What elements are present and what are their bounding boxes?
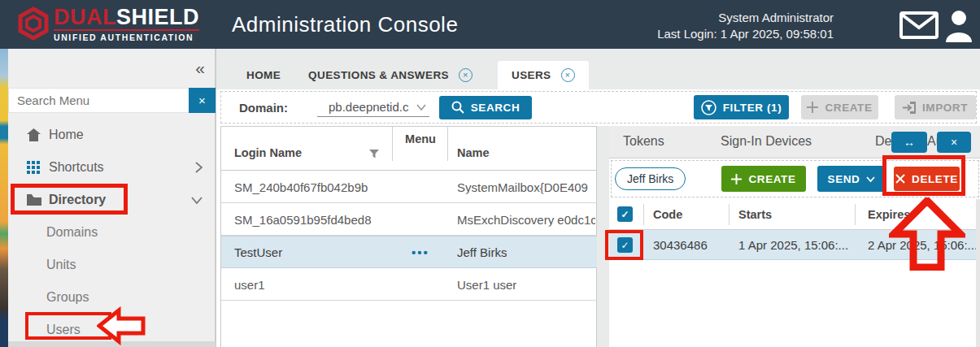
panel-expand-button[interactable]: ↔ <box>891 132 927 153</box>
login-name-cell: user1 <box>234 277 265 291</box>
tab-label: QUESTIONS & ANSWERS <box>308 69 449 81</box>
column-header-name[interactable]: Name <box>457 146 490 159</box>
column-separator <box>855 204 856 225</box>
sidebar-item-units[interactable]: Units <box>8 250 216 280</box>
user-row[interactable]: SM_16a0591b95fd4bed8 MsExchDiscovery e0d… <box>221 203 598 236</box>
desktop-wallpaper-strip <box>0 49 8 347</box>
mail-icon[interactable] <box>899 11 939 42</box>
sidebar-item-label: Groups <box>46 290 216 305</box>
token-delete-label: DELETE <box>912 173 958 185</box>
column-header-menu: Menu <box>394 132 447 145</box>
token-action-row: Jeff Birks CREATE SEND DELETE <box>611 160 979 197</box>
last-login: Last Login: 1 Apr 2025, 09:58:01 <box>657 26 834 42</box>
sidebar-item-directory[interactable]: Directory <box>8 185 216 215</box>
column-separator <box>447 127 448 161</box>
user-chip[interactable]: Jeff Birks <box>615 167 686 190</box>
x-icon <box>895 174 905 184</box>
search-button-label: SEARCH <box>471 102 520 114</box>
token-starts-cell: 1 Apr 2025, 15:06:... <box>738 238 848 252</box>
token-create-label: CREATE <box>748 173 795 185</box>
sidebar-footer-gap <box>8 341 216 347</box>
user-profile-icon[interactable] <box>943 8 974 46</box>
tab-close-icon[interactable]: × <box>459 68 473 82</box>
create-button-disabled[interactable]: CREATE <box>801 95 878 119</box>
users-table-header: Login Name Menu Name <box>221 126 598 171</box>
token-send-button[interactable]: SEND <box>817 166 886 192</box>
name-cell: Jeff Birks <box>457 245 507 259</box>
brand-text-block: DUALSHIELD UNIFIED AUTHENTICATION <box>54 7 199 42</box>
sidebar-item-label: Users <box>46 323 216 337</box>
sidebar-item-users[interactable]: Users <box>8 315 216 345</box>
panel-tabbar: Tokens Sign-In Devices Deepnet Authe ↔ × <box>609 126 980 158</box>
user-chip-label: Jeff Birks <box>627 172 673 185</box>
token-delete-button[interactable]: DELETE <box>894 167 960 191</box>
row-checkbox-checked[interactable]: ✓ <box>617 237 633 253</box>
panel-close-button[interactable]: × <box>937 132 971 153</box>
expand-icon: ↔ <box>904 136 915 149</box>
sidebar-collapse-icon[interactable]: « <box>195 59 205 78</box>
token-table-header: ✓ Code Starts Expires <box>609 199 980 230</box>
filter-icon <box>701 100 716 115</box>
panel-tab-signin-devices[interactable]: Sign-In Devices <box>721 134 812 149</box>
filter-button-label: FILTER (1) <box>723 102 782 114</box>
search-clear-button[interactable]: × <box>189 88 216 113</box>
shortcuts-grid-icon <box>27 161 41 174</box>
sidebar-item-label: Units <box>46 258 216 272</box>
chevron-right-icon <box>195 162 203 173</box>
search-button[interactable]: SEARCH <box>439 96 532 119</box>
name-cell: SystemMailbox{D0E409 <box>457 180 588 193</box>
chevron-down-icon <box>866 176 875 182</box>
column-separator <box>392 127 393 161</box>
chevron-down-icon <box>416 104 426 111</box>
domain-select[interactable]: pb.deepnetid.c <box>317 98 429 117</box>
token-expires-cell: 2 Apr 2025, 15:06:... <box>868 238 978 252</box>
column-header-expires[interactable]: Expires <box>868 208 910 221</box>
create-button-label: CREATE <box>825 102 872 114</box>
column-separator <box>643 204 644 225</box>
check-icon: ✓ <box>621 209 629 220</box>
header-user-info: System Administrator Last Login: 1 Apr 2… <box>657 10 834 43</box>
name-cell: User1 user <box>457 277 516 291</box>
chevron-down-icon <box>191 197 203 204</box>
panel-tab-tokens[interactable]: Tokens <box>623 134 664 149</box>
tab-close-icon[interactable]: × <box>561 68 575 82</box>
token-create-button[interactable]: CREATE <box>721 166 806 192</box>
sidebar-item-label: Home <box>49 128 216 142</box>
row-menu-icon[interactable]: ••• <box>394 245 447 259</box>
name-cell: MsExchDiscovery e0dc1c <box>457 212 595 226</box>
domain-value: pb.deepnetid.c <box>329 100 416 114</box>
import-button-disabled[interactable]: IMPORT <box>895 95 976 119</box>
brand-name: DUALSHIELD <box>54 7 199 28</box>
select-all-checkbox[interactable]: ✓ <box>617 206 633 222</box>
tab-label: USERS <box>512 69 551 81</box>
brand-tagline: UNIFIED AUTHENTICATION <box>54 33 199 42</box>
user-row[interactable]: user1 User1 user <box>221 268 598 301</box>
tab-home[interactable]: HOME <box>233 61 294 89</box>
filter-button[interactable]: FILTER (1) <box>694 95 789 119</box>
home-icon <box>27 128 41 141</box>
column-header-login-name[interactable]: Login Name <box>234 146 302 159</box>
user-name: System Administrator <box>657 10 834 26</box>
column-header-starts[interactable]: Starts <box>738 208 772 221</box>
token-send-label: SEND <box>828 173 860 185</box>
token-row-selected[interactable]: ✓ 30436486 1 Apr 2025, 15:06:... 2 Apr 2… <box>609 230 980 260</box>
user-row[interactable]: SM_240b40f67fb042b9b SystemMailbox{D0E40… <box>221 171 598 203</box>
brand-shield: SHIELD <box>116 5 199 29</box>
sidebar-item-shortcuts[interactable]: Shortcuts <box>8 153 216 182</box>
column-filter-icon[interactable] <box>369 148 379 161</box>
tab-questions-answers[interactable]: QUESTIONS & ANSWERS × <box>294 61 486 89</box>
close-icon: × <box>951 136 957 149</box>
folder-icon <box>27 194 41 206</box>
import-icon <box>903 102 916 114</box>
sidebar: « × Home Shortcuts Directory <box>8 49 216 341</box>
column-header-code[interactable]: Code <box>653 208 682 221</box>
panel-scrollbar[interactable] <box>976 199 980 347</box>
search-menu-input[interactable] <box>8 88 189 113</box>
sidebar-item-groups[interactable]: Groups <box>8 283 216 312</box>
sidebar-item-label: Shortcuts <box>49 160 195 175</box>
sidebar-item-home[interactable]: Home <box>8 120 216 150</box>
user-row-selected[interactable]: TestUser ••• Jeff Birks <box>221 236 598 268</box>
sidebar-item-domains[interactable]: Domains <box>8 218 216 247</box>
tab-users[interactable]: USERS × <box>498 61 589 89</box>
split-divider[interactable] <box>597 126 609 347</box>
